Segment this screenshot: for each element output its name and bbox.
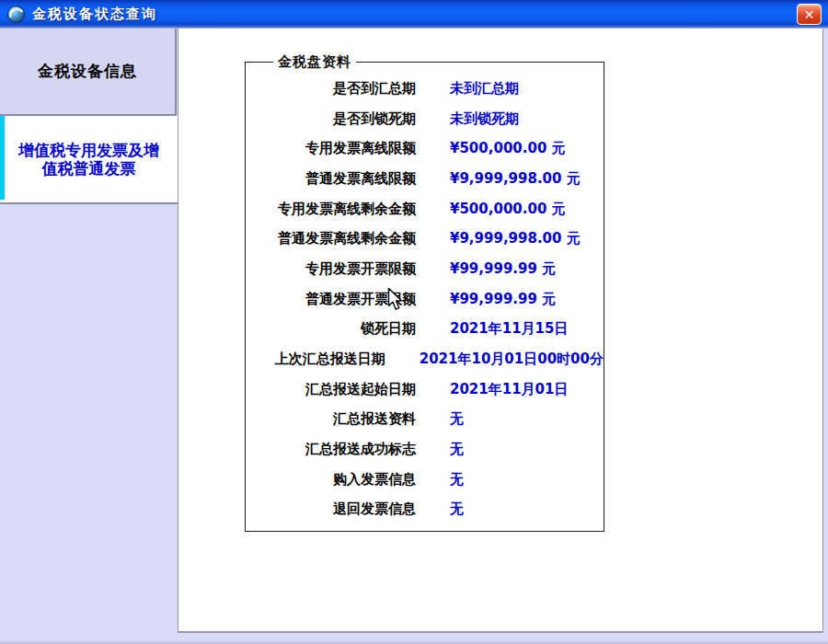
window-title: 金税设备状态查询 [32,6,157,23]
row-value: 无 [450,500,464,518]
groupbox-legend: 金税盘资料 [273,53,356,71]
row-value: 无 [450,410,464,428]
row-value: 2021年11月15日 [450,320,569,338]
info-row: 上次汇总报送日期 2021年10月01日00时00分 [246,344,604,374]
row-label: 专用发票开票限额 [246,260,416,278]
row-label: 购入发票信息 [246,471,416,489]
row-value: ¥500,000.00 元 [450,140,566,157]
row-label: 汇总报送成功标志 [246,441,416,458]
row-label: 退回发票信息 [246,500,416,518]
row-value: 2021年11月01日 [450,381,569,398]
info-row: 普通发票开票限额 ¥99,999.99 元 [246,284,604,315]
info-row: 普通发票离线限额 ¥9,999,998.00 元 [246,164,604,194]
app-icon [6,5,26,24]
titlebar[interactable]: 金税设备状态查询 ✕ [0,0,828,29]
info-row: 汇总报送资料 无 [246,405,604,435]
close-icon: ✕ [804,7,815,22]
sidebar-item-vat-invoices[interactable]: 增值税专用发票及增值税普通发票 [0,116,178,204]
row-value: 无 [450,441,464,458]
info-row: 是否到汇总期 未到汇总期 [246,74,604,104]
info-row: 普通发票离线剩余金额 ¥9,999,998.00 元 [246,224,604,254]
main-panel: 金税盘资料 是否到汇总期 未到汇总期 是否到锁死期 未到锁死期 专用发票离线限额… [178,29,823,633]
sidebar-item-label: 金税设备信息 [38,61,137,82]
row-label: 专用发票离线限额 [246,140,416,157]
tax-disk-groupbox: 金税盘资料 是否到汇总期 未到汇总期 是否到锁死期 未到锁死期 专用发票离线限额… [245,62,604,532]
row-label: 汇总报送起始日期 [246,381,416,398]
row-label: 普通发票离线剩余金额 [246,230,416,247]
row-value: 未到汇总期 [450,80,519,98]
row-label: 普通发票离线限额 [246,170,416,188]
row-label: 是否到汇总期 [246,80,416,98]
row-value: ¥9,999,998.00 元 [450,170,581,188]
row-label: 锁死日期 [246,320,416,338]
sidebar-item-label: 增值税专用发票及增值税普通发票 [14,141,165,178]
row-label: 专用发票离线剩余金额 [246,201,416,218]
row-label: 汇总报送资料 [246,410,416,428]
row-value: ¥99,999.99 元 [450,291,556,308]
info-row: 汇总报送起始日期 2021年11月01日 [246,374,604,405]
sidebar: 金税设备信息 增值税专用发票及增值税普通发票 [0,29,178,644]
info-row: 汇总报送成功标志 无 [246,434,604,465]
info-row: 专用发票离线限额 ¥500,000.00 元 [246,133,604,164]
info-row: 退回发票信息 无 [246,495,604,525]
row-label: 上次汇总报送日期 [246,351,385,368]
selected-tab-accent-bar [0,116,5,200]
groupbox-rows: 是否到汇总期 未到汇总期 是否到锁死期 未到锁死期 专用发票离线限额 ¥500,… [246,74,604,524]
sidebar-item-device-info[interactable]: 金税设备信息 [0,29,177,116]
window-bottom-edge [0,640,828,644]
info-row: 购入发票信息 无 [246,465,604,495]
info-row: 锁死日期 2021年11月15日 [246,315,604,345]
info-row: 是否到锁死期 未到锁死期 [246,104,604,134]
row-value: 未到锁死期 [450,110,519,128]
row-label: 普通发票开票限额 [246,291,416,308]
row-value: ¥500,000.00 元 [450,201,566,218]
close-button[interactable]: ✕ [797,4,822,25]
info-row: 专用发票开票限额 ¥99,999.99 元 [246,254,604,284]
row-value: 无 [450,471,464,489]
row-value: ¥99,999.99 元 [450,260,556,278]
row-label: 是否到锁死期 [246,110,416,128]
row-value: 2021年10月01日00时00分 [420,351,604,368]
info-row: 专用发票离线剩余金额 ¥500,000.00 元 [246,194,604,224]
row-value: ¥9,999,998.00 元 [450,230,581,247]
